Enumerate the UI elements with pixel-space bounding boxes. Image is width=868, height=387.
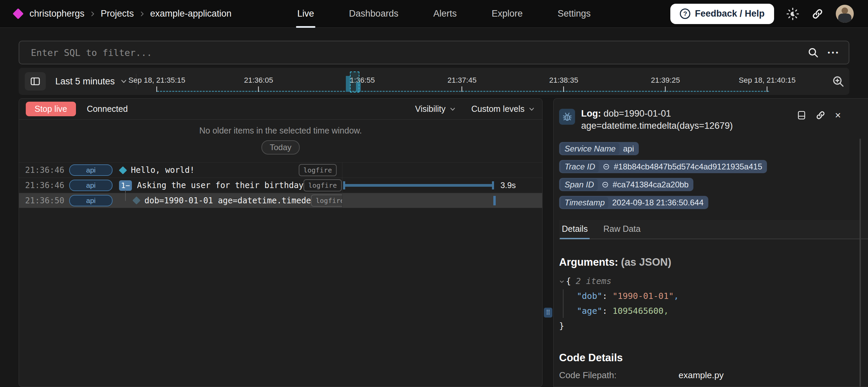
trace-id-value: #18b84cb4847b5d574c4ad9121935a415 [614,162,762,171]
service-name-chip[interactable]: Service Name api [559,142,639,155]
zoom-in-icon [832,75,845,88]
breadcrumb-section[interactable]: Projects [101,8,134,19]
log-message: Hello, world! [131,165,195,175]
live-log-panel: Stop live Connected Visibility Custom le… [19,98,542,387]
log-row[interactable]: 21:36:46 api Hello, world! logfire [19,162,542,178]
time-range-label: Last 5 minutes [55,76,115,87]
chevron-down-icon [528,105,535,113]
timeline-activity-bar [346,76,350,92]
breadcrumb-project[interactable]: example-application [150,8,232,19]
visibility-dropdown[interactable]: Visibility [415,104,456,114]
timeline-bar: Last 5 minutes Sep 18, 21:35:15 21:36:05… [19,68,849,95]
filter-more-button[interactable]: ••• [828,49,840,57]
custom-levels-dropdown[interactable]: Custom levels [471,104,535,114]
service-tag-badge[interactable]: api [69,180,113,191]
timeline-zoom-button[interactable] [832,75,845,88]
log-row-selected[interactable]: 21:36:50 api dob=1990-01-01 age=datetime… [19,193,542,208]
time-range-dropdown[interactable]: Last 5 minutes [55,76,128,87]
detail-header: Log: dob=1990-01-01 age=datetime.timedel… [559,107,868,132]
metadata-chips: Service Name api Trace ID #18b84cb4847b5… [559,142,868,209]
sidebar-toggle-button[interactable] [25,72,46,90]
log-message: dob=1990-01-01 age=datetime.timede [144,196,311,205]
link-icon [811,8,824,20]
share-link-button[interactable] [811,8,824,20]
live-panel-header: Stop live Connected Visibility Custom le… [19,99,542,120]
copy-link-button[interactable] [815,110,826,120]
dock-panel-icon [797,110,806,120]
collapse-chevron-icon[interactable] [559,279,565,284]
json-viewer: {2 items "dob": "1990-01-01", "age": 109… [559,274,868,333]
collapse-children-badge[interactable]: 1− [119,180,132,191]
timeline-selection-region[interactable] [350,72,359,93]
log-row[interactable]: 21:36:46 api 1− Asking the user for thei… [19,178,542,193]
dock-panel-button[interactable] [797,110,806,120]
service-tag-badge[interactable]: api [69,195,113,206]
sql-filter-bar: ••• [19,41,849,64]
help-circle-icon: ? [680,8,690,19]
log-type-icon-box [559,109,575,125]
timeline-strip[interactable]: Sep 18, 21:35:15 21:36:05 21:36:55 21:37… [136,68,826,95]
main-nav: Live Dashboards Alerts Explore Settings [296,0,592,28]
span-id-chip[interactable]: Span ID #ca741384ca2a20bb [559,178,693,191]
tree-connector [125,193,126,201]
empty-state: No older items in the selected time wind… [19,120,542,162]
timeline-tick: 21:39:25 [651,76,680,92]
logfire-scope-badge: logfire [299,164,337,176]
link-icon [603,163,610,170]
theme-toggle-button[interactable] [786,7,799,20]
service-name-value: api [623,144,634,154]
search-button[interactable] [807,47,819,58]
span-id-value: #ca741384ca2a20bb [613,180,689,189]
duration-cell: 3.9s [342,178,542,193]
json-root-line[interactable]: {2 items [559,274,868,289]
theme-sun-moon-icon [786,7,799,20]
nav-tab-dashboards[interactable]: Dashboards [348,0,400,28]
nav-tab-explore[interactable]: Explore [490,0,524,28]
panel-resize-handle[interactable]: ⠿ [544,308,552,318]
tab-raw-data[interactable]: Raw Data [603,222,641,239]
log-time: 21:36:46 [19,181,65,190]
tab-details[interactable]: Details [561,222,588,239]
feedback-help-label: Feedback / Help [695,8,765,19]
search-icon [807,47,819,58]
timeline-tick: 21:38:35 [549,76,578,92]
nav-tab-alerts[interactable]: Alerts [432,0,458,28]
sql-filter-input[interactable] [31,47,807,58]
feedback-help-button[interactable]: ? Feedback / Help [670,4,774,24]
stop-live-button[interactable]: Stop live [26,102,76,116]
nav-tab-settings[interactable]: Settings [556,0,592,28]
bug-icon [562,111,573,122]
chevron-down-icon [120,77,128,85]
scrollbar-thumb[interactable] [860,139,861,387]
tree-connector [125,190,126,193]
timestamp-value: 2024-09-18 21:36:50.644 [612,198,704,207]
timestamp-chip[interactable]: Timestamp 2024-09-18 21:36:50.644 [559,196,708,209]
content-panels: Stop live Connected Visibility Custom le… [19,98,868,387]
user-avatar[interactable] [836,5,854,23]
nav-tab-live[interactable]: Live [296,0,316,28]
logfire-logo-icon [13,8,24,19]
duration-cell [342,193,542,208]
timeline-tick: Sep 18, 21:35:15 [129,76,185,92]
header-actions: ? Feedback / Help [670,4,854,24]
json-close-line: } [559,319,868,333]
close-detail-button[interactable]: × [835,111,841,120]
trace-id-chip[interactable]: Trace ID #18b84cb4847b5d574c4ad9121935a4… [559,160,767,173]
service-tag-badge[interactable]: api [69,164,113,176]
logfire-scope-badge: logfire [303,179,341,191]
link-icon [815,110,826,120]
timeline-tick: 21:37:45 [448,76,477,92]
log-time: 21:36:46 [19,165,65,175]
chevron-right-icon [89,11,96,17]
empty-state-message: No older items in the selected time wind… [199,126,362,136]
code-filepath-row: Code Filepath: example.py [559,370,868,381]
log-detail-panel: Log: dob=1990-01-01 age=datetime.timedel… [553,98,868,387]
chevron-right-icon [139,11,145,17]
code-details-heading: Code Details [559,352,868,364]
logfire-scope-badge: logfire [311,195,342,207]
log-level-diamond-icon [119,166,127,174]
ellipsis-icon: ••• [828,49,840,56]
json-entry: "dob": "1990-01-01", [559,289,868,304]
today-button[interactable]: Today [261,140,299,155]
breadcrumb-org[interactable]: christophergs [29,8,84,19]
